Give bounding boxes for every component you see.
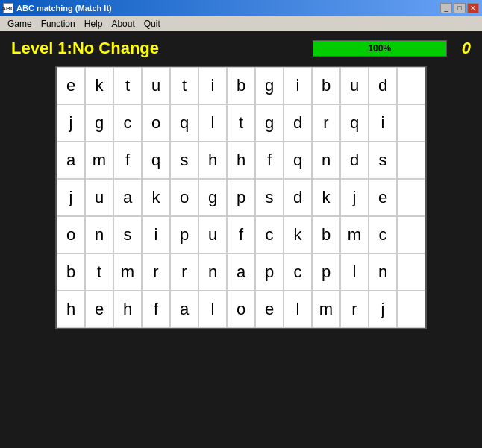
grid-cell[interactable]: i <box>369 104 397 142</box>
grid-cell[interactable]: g <box>198 179 227 216</box>
grid-cell[interactable] <box>397 179 425 216</box>
grid-cell[interactable] <box>397 104 425 142</box>
grid-cell[interactable]: g <box>85 104 113 142</box>
grid-cell[interactable]: c <box>284 253 312 291</box>
grid-cell[interactable]: a <box>113 179 142 216</box>
grid-cell[interactable]: t <box>85 253 113 291</box>
grid-cell[interactable]: s <box>369 142 397 179</box>
grid-cell[interactable] <box>397 253 425 291</box>
grid-cell[interactable]: i <box>198 67 227 104</box>
grid-cell[interactable]: j <box>340 179 369 216</box>
grid-cell[interactable] <box>397 291 425 328</box>
grid-cell[interactable]: q <box>170 104 198 142</box>
grid-cell[interactable]: a <box>227 253 255 291</box>
grid-cell[interactable]: p <box>170 216 198 253</box>
grid-cell[interactable]: a <box>170 291 198 328</box>
close-button[interactable]: ✕ <box>467 3 479 13</box>
grid-cell[interactable]: f <box>113 142 142 179</box>
grid-cell[interactable]: o <box>142 104 170 142</box>
grid-cell[interactable]: n <box>85 216 113 253</box>
grid-cell[interactable]: j <box>57 104 85 142</box>
grid-cell[interactable]: p <box>255 253 284 291</box>
grid-cell[interactable]: e <box>369 179 397 216</box>
grid-cell[interactable]: l <box>198 291 227 328</box>
grid-cell[interactable]: k <box>312 179 340 216</box>
grid-cell[interactable]: u <box>85 179 113 216</box>
grid-cell[interactable]: g <box>255 67 284 104</box>
grid-cell[interactable]: i <box>142 216 170 253</box>
grid-cell[interactable]: q <box>142 142 170 179</box>
grid-cell[interactable]: h <box>113 291 142 328</box>
grid-cell[interactable]: c <box>369 216 397 253</box>
grid-cell[interactable] <box>397 216 425 253</box>
grid-cell[interactable]: e <box>57 67 85 104</box>
grid-cell[interactable]: c <box>113 104 142 142</box>
title-bar: ABC ABC matching (Match It) _ □ ✕ <box>0 0 482 16</box>
grid-cell[interactable]: l <box>198 104 227 142</box>
grid-cell[interactable]: a <box>57 142 85 179</box>
grid-cell[interactable]: e <box>85 291 113 328</box>
grid-cell[interactable]: p <box>312 253 340 291</box>
grid-cell[interactable]: k <box>284 216 312 253</box>
menu-item-about[interactable]: About <box>107 17 139 31</box>
menu-item-game[interactable]: Game <box>3 17 37 31</box>
grid-cell[interactable]: d <box>369 67 397 104</box>
grid-cell[interactable]: r <box>312 104 340 142</box>
grid-cell[interactable]: m <box>340 216 369 253</box>
menu-item-function[interactable]: Function <box>37 17 80 31</box>
grid-cell[interactable]: m <box>113 253 142 291</box>
grid-cell[interactable] <box>397 67 425 104</box>
grid-cell[interactable]: q <box>284 142 312 179</box>
grid-cell[interactable]: b <box>227 67 255 104</box>
grid-cell[interactable]: k <box>85 67 113 104</box>
grid-cell[interactable]: o <box>57 216 85 253</box>
grid-cell[interactable]: u <box>142 67 170 104</box>
grid-cell[interactable]: f <box>255 142 284 179</box>
grid-cell[interactable]: m <box>85 142 113 179</box>
grid-cell[interactable]: n <box>369 253 397 291</box>
grid-cell[interactable]: n <box>198 253 227 291</box>
grid-cell[interactable]: m <box>312 291 340 328</box>
grid-cell[interactable]: s <box>255 179 284 216</box>
grid-cell[interactable]: s <box>113 216 142 253</box>
grid-cell[interactable]: t <box>113 67 142 104</box>
grid-cell[interactable]: q <box>340 104 369 142</box>
menu-item-quit[interactable]: Quit <box>140 17 165 31</box>
grid-cell[interactable]: c <box>255 216 284 253</box>
grid-cell[interactable]: h <box>198 142 227 179</box>
grid-cell[interactable]: g <box>255 104 284 142</box>
grid-cell[interactable]: d <box>284 179 312 216</box>
grid-cell[interactable]: u <box>340 67 369 104</box>
grid-cell[interactable]: f <box>227 216 255 253</box>
grid-cell[interactable]: b <box>312 216 340 253</box>
grid-cell[interactable]: f <box>142 291 170 328</box>
grid-cell[interactable]: b <box>312 67 340 104</box>
grid-cell[interactable]: n <box>312 142 340 179</box>
grid-cell[interactable]: s <box>170 142 198 179</box>
grid-cell[interactable]: t <box>227 104 255 142</box>
grid-cell[interactable]: k <box>142 179 170 216</box>
grid-cell[interactable]: l <box>340 253 369 291</box>
grid-cell[interactable]: d <box>340 142 369 179</box>
grid-cell[interactable] <box>397 142 425 179</box>
menu-item-help[interactable]: Help <box>80 17 107 31</box>
grid-cell[interactable]: h <box>57 291 85 328</box>
grid-cell[interactable]: r <box>340 291 369 328</box>
grid-cell[interactable]: b <box>57 253 85 291</box>
grid-cell[interactable]: o <box>170 179 198 216</box>
grid-cell[interactable]: j <box>369 291 397 328</box>
grid-cell[interactable]: p <box>227 179 255 216</box>
grid-cell[interactable]: r <box>170 253 198 291</box>
minimize-button[interactable]: _ <box>440 3 452 13</box>
grid-cell[interactable]: l <box>284 291 312 328</box>
grid-cell[interactable]: t <box>170 67 198 104</box>
grid-cell[interactable]: u <box>198 216 227 253</box>
grid-cell[interactable]: d <box>284 104 312 142</box>
grid-cell[interactable]: o <box>227 291 255 328</box>
maximize-button[interactable]: □ <box>454 3 466 13</box>
grid-cell[interactable]: j <box>57 179 85 216</box>
grid-cell[interactable]: e <box>255 291 284 328</box>
grid-cell[interactable]: i <box>284 67 312 104</box>
grid-cell[interactable]: r <box>142 253 170 291</box>
grid-cell[interactable]: h <box>227 142 255 179</box>
